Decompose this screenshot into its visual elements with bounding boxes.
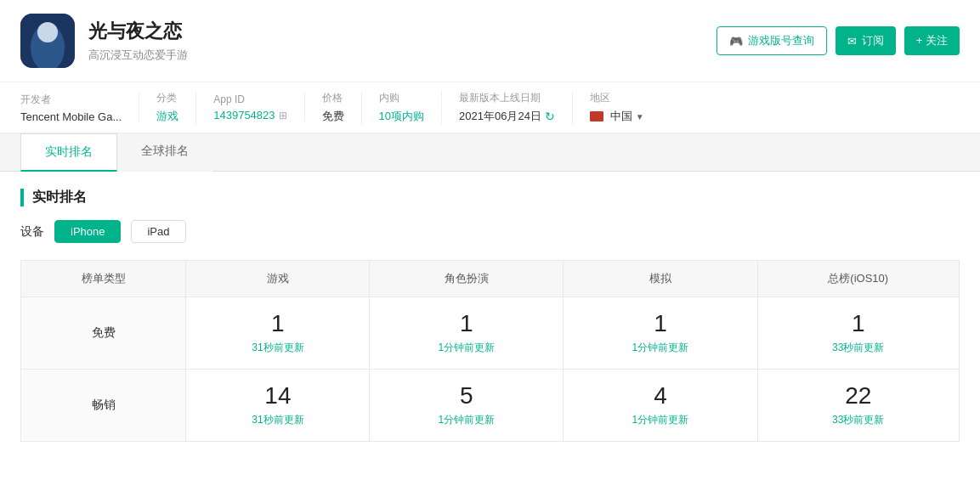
appid-link[interactable]: 1439754823 [213, 109, 275, 121]
appid-value: 1439754823 ⊞ [213, 109, 286, 121]
rank-number: 1 [383, 311, 549, 337]
appid-meta: App ID 1439754823 ⊞ [213, 93, 304, 121]
rank-number: 14 [200, 383, 355, 409]
app-icon [20, 14, 75, 68]
rank-cell-r1-c2: 41分钟前更新 [564, 369, 757, 441]
rank-cell-r0-c3: 133秒前更新 [757, 297, 960, 370]
release-value: 2021年06月24日 ↻ [459, 109, 555, 124]
device-iphone-button[interactable]: iPhone [54, 220, 121, 243]
device-label: 设备 [20, 224, 44, 240]
release-meta: 最新版本上线日期 2021年06月24日 ↻ [459, 91, 573, 124]
version-query-label: 游戏版号查询 [748, 33, 814, 48]
col-header-role: 角色扮演 [370, 261, 564, 297]
app-meta: 开发者 Tencent Mobile Ga... 分类 游戏 App ID 14… [0, 82, 980, 133]
rank-update: 1分钟前更新 [383, 341, 549, 355]
rank-type-cell: 畅销 [21, 369, 186, 441]
subscribe-label: 订阅 [862, 33, 884, 48]
table-row: 畅销1431秒前更新51分钟前更新41分钟前更新2233秒前更新 [21, 369, 960, 441]
section-title: 实时排名 [20, 189, 960, 206]
header-actions: 🎮 游戏版号查询 ✉ 订阅 + 关注 [717, 26, 960, 55]
mail-icon: ✉ [847, 35, 857, 48]
col-header-simulation: 模拟 [564, 261, 757, 297]
rank-number: 1 [577, 311, 743, 337]
category-label: 分类 [156, 91, 178, 105]
iap-value: 10项内购 [379, 109, 424, 124]
rank-number: 1 [772, 311, 946, 337]
rank-cell-r1-c1: 51分钟前更新 [370, 369, 564, 441]
table-row: 免费131秒前更新11分钟前更新11分钟前更新133秒前更新 [21, 297, 960, 370]
category-link[interactable]: 游戏 [156, 109, 178, 124]
rank-update: 33秒前更新 [772, 413, 946, 427]
developer-label: 开发者 [20, 93, 122, 107]
region-flag [590, 111, 603, 121]
price-value: 免费 [322, 109, 344, 124]
app-title-block: 光与夜之恋 高沉浸互动恋爱手游 [88, 19, 188, 63]
device-selector-row: 设备 iPhone iPad [20, 220, 960, 243]
rank-update: 1分钟前更新 [577, 341, 743, 355]
rank-number: 4 [577, 383, 743, 409]
rank-update: 33秒前更新 [772, 341, 946, 355]
region-value: 中国 ▼ [590, 109, 644, 124]
follow-label: + 关注 [916, 33, 948, 48]
table-header-row: 榜单类型 游戏 角色扮演 模拟 总榜(iOS10) [21, 261, 960, 297]
rank-number: 5 [383, 383, 549, 409]
tab-realtime-ranking[interactable]: 实时排名 [20, 133, 117, 172]
app-subtitle: 高沉浸互动恋爱手游 [88, 48, 188, 63]
col-header-type: 榜单类型 [21, 261, 186, 297]
rank-number: 1 [200, 311, 355, 337]
rank-cell-r1-c0: 1431秒前更新 [186, 369, 370, 441]
iap-link[interactable]: 10项内购 [379, 109, 424, 124]
app-info: 光与夜之恋 高沉浸互动恋爱手游 [20, 14, 188, 68]
developer-meta: 开发者 Tencent Mobile Ga... [20, 93, 139, 123]
rank-update: 31秒前更新 [200, 341, 355, 355]
iap-meta: 内购 10项内购 [379, 91, 442, 124]
rank-table: 榜单类型 游戏 角色扮演 模拟 总榜(iOS10) 免费131秒前更新11分钟前… [20, 260, 960, 442]
refresh-icon[interactable]: ↻ [545, 110, 555, 123]
copy-icon[interactable]: ⊞ [279, 110, 287, 121]
appid-label: App ID [213, 93, 286, 105]
rank-update: 1分钟前更新 [383, 413, 549, 427]
tabs-bar: 实时排名 全球排名 [0, 133, 980, 172]
release-label: 最新版本上线日期 [459, 91, 555, 105]
region-meta: 地区 中国 ▼ [590, 91, 661, 124]
page-wrapper: 光与夜之恋 高沉浸互动恋爱手游 🎮 游戏版号查询 ✉ 订阅 + 关注 开发者 T… [0, 0, 980, 497]
follow-button[interactable]: + 关注 [904, 26, 960, 55]
version-query-button[interactable]: 🎮 游戏版号查询 [717, 26, 827, 55]
col-header-overall: 总榜(iOS10) [757, 261, 960, 297]
app-header: 光与夜之恋 高沉浸互动恋爱手游 🎮 游戏版号查询 ✉ 订阅 + 关注 [0, 0, 980, 82]
content-area: 实时排名 设备 iPhone iPad 榜单类型 游戏 角色扮演 模拟 总榜(i… [0, 172, 980, 459]
rank-cell-r1-c3: 2233秒前更新 [757, 369, 960, 441]
rank-cell-r0-c1: 11分钟前更新 [370, 297, 564, 370]
tab-global-ranking[interactable]: 全球排名 [117, 133, 212, 172]
rank-cell-r0-c2: 11分钟前更新 [564, 297, 757, 370]
iap-label: 内购 [379, 91, 424, 105]
region-label: 地区 [590, 91, 644, 105]
rank-number: 22 [772, 383, 946, 409]
price-label: 价格 [322, 91, 344, 105]
rank-update: 31秒前更新 [200, 413, 355, 427]
device-ipad-button[interactable]: iPad [131, 220, 185, 243]
rank-cell-r0-c0: 131秒前更新 [186, 297, 370, 370]
subscribe-button[interactable]: ✉ 订阅 [836, 26, 896, 55]
app-name: 光与夜之恋 [88, 19, 188, 44]
region-dropdown-icon[interactable]: ▼ [636, 112, 644, 121]
rank-update: 1分钟前更新 [577, 413, 743, 427]
gamepad-icon: 🎮 [729, 35, 743, 48]
category-meta: 分类 游戏 [156, 91, 196, 124]
rank-type-cell: 免费 [21, 297, 186, 370]
price-meta: 价格 免费 [322, 91, 362, 124]
col-header-game: 游戏 [186, 261, 370, 297]
category-value: 游戏 [156, 109, 178, 124]
developer-value: Tencent Mobile Ga... [20, 110, 122, 123]
